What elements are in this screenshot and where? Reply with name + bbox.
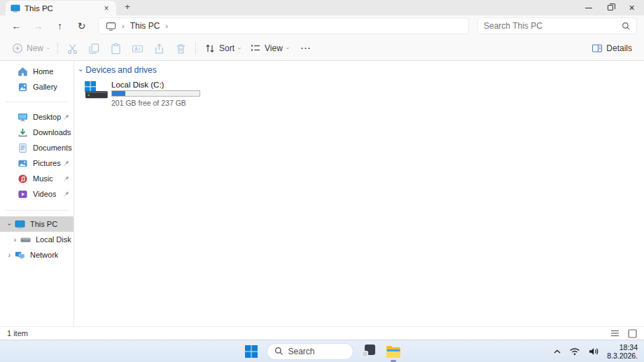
search-input[interactable] [484, 21, 617, 31]
gallery-icon [18, 82, 28, 92]
breadcrumb-chevron-icon[interactable]: › [165, 22, 168, 30]
refresh-button[interactable]: ↻ [71, 20, 92, 32]
tray-date: 8.3.2026. [607, 351, 638, 360]
wifi-icon[interactable] [569, 347, 580, 356]
status-view-toggles [610, 329, 637, 338]
more-options-button[interactable]: ⋯ [293, 42, 318, 55]
file-explorer-icon [385, 344, 402, 359]
sidebar-item-documents[interactable]: Documents [0, 140, 74, 155]
cut-icon [66, 43, 78, 55]
sidebar-item-desktop[interactable]: Desktop [0, 109, 74, 125]
window-controls: × [578, 0, 643, 15]
restore-button[interactable] [599, 0, 621, 15]
task-view-button[interactable] [360, 342, 378, 361]
chevron-collapsed-icon[interactable]: › [10, 236, 20, 244]
large-icons-view-toggle[interactable] [628, 329, 637, 338]
taskbar: 18:34 8.3.2026. [0, 340, 644, 362]
copy-icon [88, 43, 100, 55]
drive-capacity-fill [112, 91, 125, 96]
chevron-down-icon: › [77, 69, 85, 71]
location-monitor-icon[interactable] [106, 21, 116, 32]
sidebar-item-home[interactable]: Home [0, 64, 74, 79]
volume-icon[interactable] [588, 347, 599, 356]
share-button[interactable] [148, 43, 170, 55]
close-button[interactable]: × [621, 0, 643, 15]
details-view-toggle[interactable] [610, 329, 620, 337]
sidebar-item-label: Pictures [33, 159, 61, 167]
pin-icon [63, 113, 70, 122]
new-button-label: New [27, 43, 43, 53]
sidebar-item-network[interactable]: › Network [0, 247, 74, 263]
paste-icon [110, 43, 122, 55]
explorer-tab[interactable]: This PC × [6, 1, 116, 15]
search-box[interactable] [477, 18, 637, 34]
rename-button[interactable] [127, 43, 148, 55]
network-icon [15, 250, 25, 260]
taskbar-search-input[interactable] [288, 347, 346, 356]
details-pane-button[interactable]: Details [587, 43, 637, 54]
sort-button[interactable]: Sort › [200, 43, 245, 54]
drive-capacity-bar [111, 90, 200, 97]
window-body: Home Gallery Desktop [0, 61, 644, 326]
chevron-collapsed-icon[interactable]: › [4, 251, 15, 259]
rename-icon [132, 43, 144, 55]
chevron-down-icon: › [45, 48, 52, 50]
tray-chevron-up-icon[interactable] [553, 349, 561, 354]
sidebar-item-label: Videos [33, 190, 56, 198]
hard-drive-icon [83, 81, 108, 100]
cut-button[interactable] [62, 43, 83, 55]
restore-icon [608, 5, 613, 11]
pin-icon [63, 190, 70, 199]
drive-item-local-disk-c[interactable]: Local Disk (C:) 201 GB free of 237 GB [83, 80, 209, 107]
forward-button[interactable]: → [27, 20, 49, 32]
sidebar-item-gallery[interactable]: Gallery [0, 79, 74, 95]
copy-button[interactable] [83, 43, 105, 55]
toolbar-separator [195, 42, 196, 55]
start-button[interactable] [242, 342, 260, 361]
new-button[interactable]: New › [7, 43, 54, 54]
address-bar[interactable]: › This PC › [98, 18, 469, 34]
taskbar-clock[interactable]: 18:34 8.3.2026. [607, 343, 638, 360]
sidebar-item-label: Gallery [33, 83, 57, 91]
delete-button[interactable] [170, 43, 192, 55]
sidebar-item-downloads[interactable]: Downloads [0, 125, 74, 140]
search-icon [274, 347, 284, 356]
view-button[interactable]: View › [245, 43, 293, 54]
sidebar-item-local-disk[interactable]: › Local Disk (C:) [0, 232, 74, 247]
sidebar-item-label: Music [33, 174, 53, 183]
file-explorer-taskbar-button[interactable] [384, 342, 402, 361]
navigation-pane: Home Gallery Desktop [0, 61, 74, 326]
videos-icon [18, 189, 28, 200]
tab-close-icon[interactable]: × [102, 4, 111, 13]
pin-icon [63, 144, 70, 153]
local-disk-icon [20, 235, 31, 245]
share-icon [153, 43, 165, 55]
minimize-button[interactable] [578, 0, 599, 15]
drive-name: Local Disk (C:) [111, 81, 200, 89]
group-header-devices-and-drives[interactable]: › Devices and drives [77, 65, 644, 75]
details-button-label: Details [606, 43, 632, 53]
back-button[interactable]: ← [6, 20, 27, 32]
new-tab-button[interactable]: + [122, 1, 133, 12]
sidebar-item-label: Home [33, 67, 53, 76]
system-tray: 18:34 8.3.2026. [553, 340, 638, 362]
sort-icon [204, 43, 216, 54]
sidebar-item-pictures[interactable]: Pictures [0, 155, 74, 171]
sidebar-item-videos[interactable]: Videos [0, 186, 74, 202]
up-button[interactable]: ↑ [49, 20, 71, 32]
sort-button-label: Sort [219, 43, 234, 53]
breadcrumb-chevron-icon[interactable]: › [122, 22, 125, 30]
chevron-expanded-icon[interactable]: › [4, 221, 15, 228]
drive-free-space: 201 GB free of 237 GB [111, 99, 200, 107]
desktop-icon [18, 112, 28, 123]
taskbar-search-box[interactable] [267, 343, 354, 360]
view-button-label: View [265, 43, 283, 53]
sidebar-item-label: Desktop [33, 113, 61, 121]
sidebar-item-this-pc[interactable]: › This PC [0, 216, 74, 232]
pictures-icon [18, 158, 28, 169]
titlebar: This PC × + × [0, 0, 644, 15]
sidebar-item-music[interactable]: Music [0, 171, 74, 186]
paste-button[interactable] [105, 43, 127, 55]
sidebar-divider [6, 102, 68, 102]
breadcrumb-location[interactable]: This PC [130, 21, 160, 31]
